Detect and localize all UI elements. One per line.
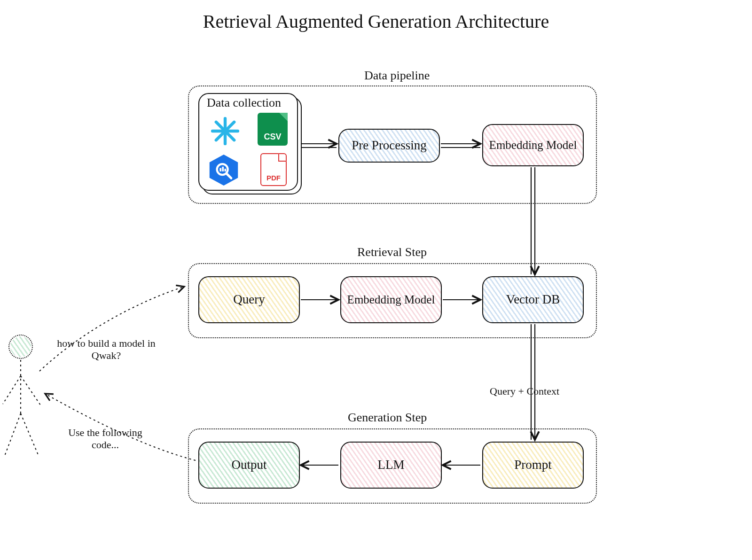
svg-rect-8 xyxy=(219,168,221,171)
bigquery-icon xyxy=(207,153,241,187)
node-pre-processing: Pre Processing xyxy=(338,129,440,163)
snowflake-icon xyxy=(209,115,242,148)
node-label: LLM xyxy=(378,458,405,472)
node-output: Output xyxy=(198,442,300,489)
node-prompt: Prompt xyxy=(482,442,584,489)
node-llm: LLM xyxy=(340,442,442,489)
section-label-generation-step: Generation Step xyxy=(348,411,427,425)
section-label-retrieval-step: Retrieval Step xyxy=(357,245,427,259)
svg-rect-10 xyxy=(224,169,226,171)
data-collection-title: Data collection xyxy=(207,96,281,110)
node-label: Vector DB xyxy=(506,292,560,307)
svg-rect-9 xyxy=(222,167,224,171)
svg-line-24 xyxy=(3,376,21,404)
user-icon xyxy=(8,334,33,359)
pdf-file-icon: PDF xyxy=(260,153,287,186)
annotation-user-question: how to build a model in Qwak? xyxy=(55,337,158,362)
node-label: Embedding Model xyxy=(489,139,577,152)
node-label: Pre Processing xyxy=(352,138,427,153)
annotation-assistant-answer: Use the following code... xyxy=(58,427,152,451)
node-vector-db: Vector DB xyxy=(482,276,584,323)
node-label: Output xyxy=(231,458,266,472)
node-label: Prompt xyxy=(514,458,552,472)
svg-line-27 xyxy=(21,413,39,456)
node-embedding-model-2: Embedding Model xyxy=(340,276,442,323)
csv-label: CSV xyxy=(264,132,281,141)
node-label: Query xyxy=(233,292,265,307)
diagram-title: Retrieval Augmented Generation Architect… xyxy=(0,10,752,32)
svg-line-26 xyxy=(5,413,21,456)
section-label-data-pipeline: Data pipeline xyxy=(364,69,430,83)
node-query: Query xyxy=(198,276,300,323)
annotation-query-plus-context: Query + Context xyxy=(490,385,593,397)
node-embedding-model-1: Embedding Model xyxy=(482,124,584,166)
node-label: Embedding Model xyxy=(347,293,435,307)
csv-file-icon: CSV xyxy=(258,113,288,146)
pdf-label: PDF xyxy=(266,174,281,181)
svg-line-25 xyxy=(21,376,40,405)
